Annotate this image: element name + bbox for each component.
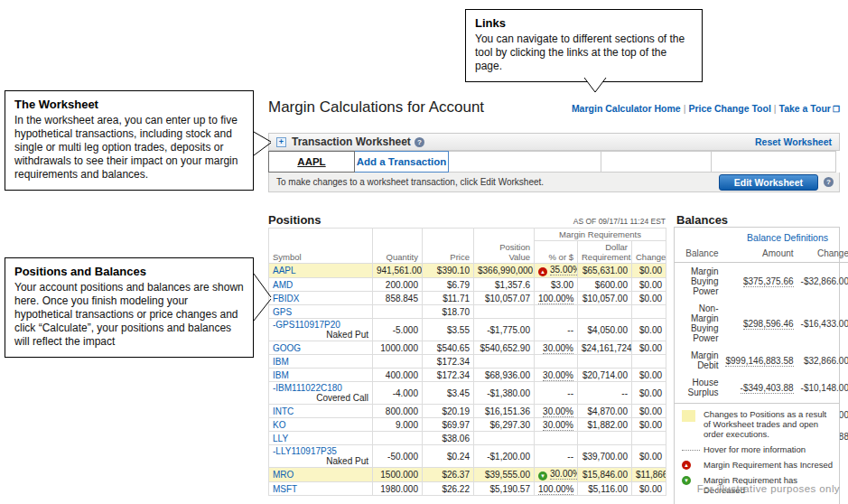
symbol-link[interactable]: AMD (273, 280, 293, 290)
symbol-link[interactable]: IBM (273, 357, 289, 367)
balances-column-header-change: Change (797, 246, 848, 263)
position-value-cell: $10,057.07 (474, 292, 535, 305)
symbol-link[interactable]: MRO (273, 470, 294, 480)
balance-amount-cell: $298,596.46 (722, 300, 797, 347)
position-row: MRO1500.000$26.37$39,555.00▼30.00%$15,84… (269, 468, 666, 482)
change-cell: $0.00 (632, 341, 666, 355)
symbol-link[interactable]: -IBM111022C180 (273, 383, 342, 393)
positions-table-body: AAPL941,561.000$390.10$366,990,000.00▲35… (269, 264, 666, 496)
change-cell: $0.00 (632, 264, 666, 278)
margin-pct-cell: 30.00% (535, 369, 578, 382)
quantity-cell: 9.000 (373, 418, 423, 432)
dollar-requirement-cell: $15,846.00 (578, 468, 632, 482)
balance-row: Non-Margin Buying Power$298,596.46-$16,4… (675, 300, 848, 347)
reset-worksheet-link[interactable]: Reset Worksheet (755, 136, 832, 147)
symbol-cell: IBM (269, 355, 373, 369)
symbol-cell: MSFT (269, 482, 373, 496)
quantity-cell: 941,561.000 (373, 264, 423, 278)
margin-pct-value[interactable]: 100.00% (538, 294, 573, 304)
balance-change: -$32,866.00 (797, 263, 848, 301)
balance-change: -$10,148.00 (797, 374, 848, 401)
balance-amount[interactable]: $375,375.66 (743, 276, 794, 287)
callout-positions-title: Positions and Balances (14, 265, 244, 278)
symbol-link[interactable]: GOOG (273, 343, 301, 353)
nav-link-price-change-tool[interactable]: Price Change Tool (688, 103, 770, 114)
balance-amount-cell: $375,375.66 (722, 263, 797, 301)
margin-pct-value: -- (567, 452, 573, 462)
position-value-cell: $540,652.90 (474, 341, 535, 355)
quantity-cell: -50.000 (373, 445, 423, 468)
worksheet-help-icon[interactable]: ? (415, 137, 424, 147)
edit-worksheet-button[interactable]: Edit Worksheet (719, 174, 818, 191)
margin-pct-cell: 30.00% (535, 418, 578, 432)
balance-amount[interactable]: -$349,403.88 (741, 383, 794, 394)
margin-pct-value[interactable]: 35.00% (550, 265, 578, 275)
callout-positions-body: Your account positions and balances are … (14, 281, 244, 349)
nav-link-take-a-tour[interactable]: Take a Tour (779, 103, 831, 114)
symbol-link[interactable]: KO (273, 420, 285, 430)
symbol-link[interactable]: MSFT (273, 484, 297, 494)
balance-definitions-link[interactable]: Balance Definitions (747, 232, 828, 243)
position-row: IBM400.000$172.34$68,936.0030.00%$20,714… (269, 369, 666, 382)
symbol-cell: -IBM111022C180Covered Call (269, 382, 373, 405)
position-value-cell: -$1,380.00 (474, 382, 535, 405)
price-cell: $69.97 (423, 418, 474, 432)
balance-amount[interactable]: $999,146,883.58 (725, 356, 793, 367)
worksheet-tab-label: AAPL (297, 156, 325, 167)
margin-pct-value[interactable]: 30.00% (543, 406, 573, 417)
quantity-cell (373, 355, 423, 369)
position-row: GOOG1000.000$540.65$540,652.9030.00%$24,… (269, 341, 666, 355)
symbol-link[interactable]: LLY (273, 434, 288, 443)
position-row: GPS$18.70 (269, 305, 666, 319)
symbol-cell: AAPL (269, 264, 373, 278)
quantity-cell (373, 305, 423, 319)
symbol-cell: -GPS110917P20Naked Put (269, 319, 373, 341)
legend-item-text: Hover for more information (704, 444, 806, 454)
margin-pct-value[interactable]: 30.00% (550, 469, 578, 480)
symbol-link[interactable]: INTC (273, 406, 294, 416)
worksheet-message-bar: To make changes to a worksheet transacti… (268, 173, 840, 192)
balance-amount[interactable]: $298,596.46 (743, 319, 794, 330)
symbol-cell: FBIDX (269, 292, 373, 305)
change-cell (632, 432, 666, 445)
price-cell: $18.70 (423, 305, 474, 319)
nav-link-margin-calculator-home[interactable]: Margin Calculator Home (572, 103, 681, 114)
page-title: Margin Calculations for Account (268, 98, 484, 117)
symbol-link[interactable]: -LLY110917P35 (273, 446, 337, 456)
balance-amount-cell: -$349,403.88 (722, 374, 797, 401)
callout-worksheet-body: In the worksheet area, you can enter up … (14, 114, 244, 182)
symbol-link[interactable]: -GPS110917P20 (273, 320, 340, 330)
margin-pct-value[interactable]: 30.00% (543, 420, 573, 431)
dotted-line-swatch (682, 450, 700, 451)
worksheet-tabs: AAPLAdd a Transaction (268, 151, 840, 173)
worksheet-tab-add-a-transaction[interactable]: Add a Transaction (354, 151, 449, 173)
position-row: AAPL941,561.000$390.10$366,990,000.00▲35… (269, 264, 666, 278)
column-header-position-value: Position Value (474, 229, 535, 264)
margin-pct-value[interactable]: 30.00% (543, 343, 573, 354)
nav-separator: | (771, 103, 779, 114)
margin-pct-value[interactable]: 30.00% (543, 370, 573, 381)
quantity-cell: 400.000 (373, 369, 423, 382)
symbol-link[interactable]: FBIDX (273, 294, 299, 303)
margin-pct-value: -- (567, 388, 573, 398)
symbol-link[interactable]: IBM (273, 370, 289, 380)
expand-collapse-icon[interactable]: + (276, 137, 286, 147)
price-cell: $172.34 (423, 369, 474, 382)
highlight-swatch (682, 410, 695, 422)
callout-positions-balances: Positions and Balances Your account posi… (5, 257, 254, 358)
worksheet-header-bar: + Transaction Worksheet ? Reset Workshee… (268, 133, 840, 151)
dollar-requirement-cell: $39,700.00 (578, 445, 632, 468)
balances-table-head: BalanceAmountChange (675, 246, 848, 263)
worksheet-tab-aapl[interactable]: AAPL (268, 151, 355, 173)
margin-pct-cell (535, 432, 578, 445)
legend-item: ▲Margin Requirement has Incresed (680, 460, 834, 470)
symbol-link[interactable]: GPS (273, 307, 292, 317)
edit-worksheet-help-icon[interactable]: ? (824, 177, 834, 187)
column-header-dollar-requirement: Dollar Requirement (578, 241, 632, 264)
column-header-quantity: Quantity (373, 229, 423, 264)
margin-pct-cell: 30.00% (535, 405, 578, 418)
callout-worksheet: The Worksheet In the worksheet area, you… (5, 90, 254, 191)
symbol-link[interactable]: AAPL (273, 266, 296, 275)
legend-swatch-column (680, 409, 704, 422)
dollar-requirement-cell: $4,050.00 (578, 319, 632, 341)
